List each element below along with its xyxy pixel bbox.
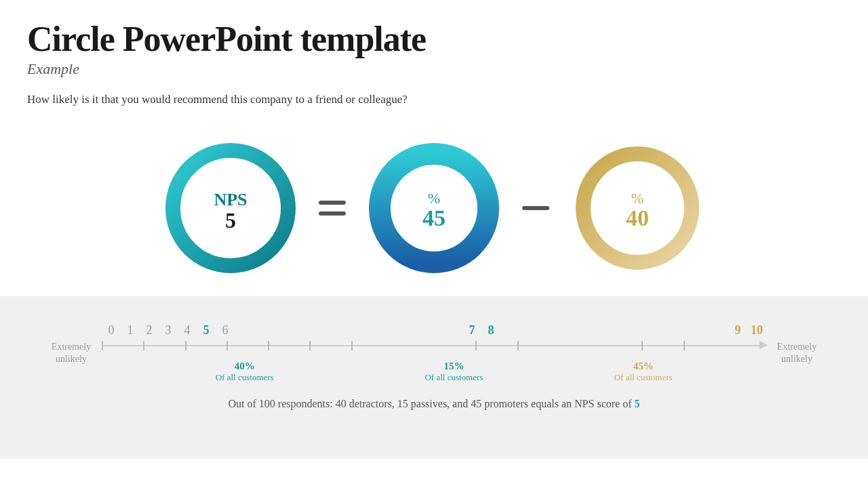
promoter-circle: % 45 (366, 140, 502, 276)
tick-4: 4 (178, 323, 197, 338)
question-text: How likely is it that you would recommen… (27, 93, 841, 106)
nps-value: 5 (225, 208, 236, 232)
tick-3: 3 (159, 323, 178, 338)
tick-5: 5 (197, 323, 216, 338)
passive-label: 15% Of all customers (387, 361, 520, 383)
tick-0: 0 (102, 323, 121, 338)
tick-10: 10 (747, 323, 766, 338)
scale-wrapper: Extremely unlikely 0 1 2 3 4 5 6 7 8 9 1… (41, 323, 827, 383)
promoter-pct-value: 45 (422, 205, 446, 230)
nps-circle-container: NPS 5 (163, 140, 298, 276)
tick-space2 (500, 323, 728, 338)
equals-operator (319, 201, 346, 216)
promoter-pct-label: % (428, 190, 440, 207)
tick-6: 6 (216, 323, 235, 338)
detractor-pct-label: % (631, 190, 644, 207)
detractor-circle: % 40 (570, 140, 705, 276)
promoter-label: 45% Of all customers (520, 361, 766, 383)
tick-2: 2 (140, 323, 159, 338)
minus-operator (522, 206, 549, 210)
scale-right-label: Extremely unlikely (766, 341, 827, 365)
page-title: Circle PowerPoint template (27, 19, 841, 59)
circles-section: NPS 5 % 45 (0, 120, 868, 296)
tick-1: 1 (121, 323, 140, 338)
footer-note: Out of 100 respondents: 40 detractors, 1… (41, 390, 827, 410)
tick-space (235, 323, 462, 338)
nps-label: NPS (214, 190, 247, 209)
tick-7: 7 (462, 323, 481, 338)
scale-inner: 0 1 2 3 4 5 6 7 8 9 10 (102, 323, 766, 383)
nps-circle: NPS 5 (163, 140, 298, 276)
page-subtitle: Example (27, 60, 841, 78)
scale-left-label: Extremely unlikely (41, 341, 102, 365)
detractor-label: 40% Of all customers (102, 361, 387, 383)
tick-8: 8 (481, 323, 500, 338)
detractor-pct-value: 40 (626, 205, 649, 230)
tick-9: 9 (728, 323, 747, 338)
detractor-circle-container: % 40 (570, 140, 705, 276)
promoter-circle-container: % 45 (366, 140, 502, 276)
bottom-section: Extremely unlikely 0 1 2 3 4 5 6 7 8 9 1… (0, 296, 868, 459)
